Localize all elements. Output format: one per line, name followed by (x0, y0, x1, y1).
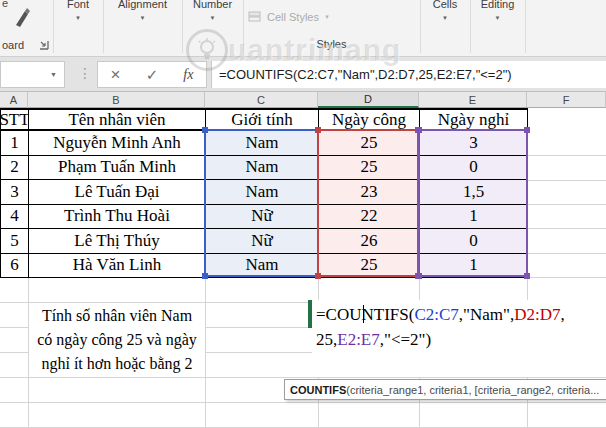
table-header-cell[interactable]: Giới tính (206, 110, 319, 131)
chevron-down-icon: ▼ (324, 14, 330, 20)
table-cell[interactable]: 25 (319, 156, 420, 181)
ribbon-group-font[interactable]: Font ▼ (53, 0, 103, 21)
table-cell[interactable]: 5 (1, 229, 29, 254)
ribbon-group-number[interactable]: Number ▼ (182, 0, 243, 21)
table-cell[interactable]: 22 (319, 205, 420, 230)
table-cell[interactable]: 1 (420, 205, 528, 230)
insert-function-button[interactable]: fx (183, 67, 193, 83)
note-line: nghỉ ít hơn hoặc bằng 2 (41, 352, 192, 376)
formula-input-value: =COUNTIFS(C2:C7,"Nam",D2:D7,25,E2:E7,"<=… (219, 67, 512, 82)
table-cell[interactable]: Nguyễn Minh Anh (29, 131, 206, 156)
column-headers: A B C D E F (0, 92, 606, 108)
table-cell[interactable]: 2 (1, 156, 29, 181)
tooltip-function-name: COUNTIFS (290, 384, 346, 396)
format-painter-icon[interactable] (12, 6, 32, 32)
column-header-f[interactable]: F (527, 92, 606, 108)
table-cell[interactable]: Nam (206, 131, 319, 156)
table-cell[interactable]: 23 (319, 180, 420, 205)
table-cell[interactable]: 3 (1, 180, 29, 205)
chevron-down-icon: ▼ (182, 15, 243, 21)
table-cell[interactable]: 0 (420, 229, 528, 254)
formula-edit-cell[interactable]: =COUNTIFS(C2:C7,"Nam",D2:D7, 25,E2:E7,"<… (312, 300, 606, 377)
ribbon-group-alignment[interactable]: Alignment ▼ (103, 0, 182, 21)
formula-bar: ▼ ⋮ × ✓ fx =COUNTIFS(C2:C7,"Nam",D2:D7,2… (0, 57, 606, 92)
table-header-cell[interactable]: Ngày nghỉ (420, 110, 528, 131)
formula-segment: , (561, 305, 565, 324)
excel-window: e oard Font ▼ Alignment ▼ Number ▼ (0, 0, 606, 428)
column-header-d[interactable]: D (318, 92, 419, 108)
note-line: có ngày công 25 và ngày (37, 328, 197, 352)
note-line: Tính số nhân viên Nam (42, 304, 192, 328)
table-cell[interactable]: Lê Tuấn Đại (29, 180, 206, 205)
paste-button-fragment[interactable]: e (2, 0, 8, 9)
table-cell[interactable]: Trình Thu Hoài (29, 205, 206, 230)
table-cell[interactable]: Nam (206, 254, 319, 279)
column-header-a[interactable]: A (0, 92, 28, 108)
column-header-e[interactable]: E (419, 92, 527, 108)
table-header-cell[interactable]: Ngày công (319, 110, 420, 131)
formula-segment: C2:C7 (414, 305, 458, 324)
enter-button[interactable]: ✓ (146, 66, 159, 84)
cell-styles-icon (248, 10, 262, 23)
formula-edit-line-1: =COUNTIFS(C2:C7,"Nam",D2:D7, (316, 302, 606, 327)
table-cell[interactable]: Lê Thị Thúy (29, 229, 206, 254)
table-cell[interactable]: Nam (206, 156, 319, 181)
table-cell[interactable]: 3 (420, 131, 528, 156)
table-cell[interactable]: Phạm Tuấn Minh (29, 156, 206, 181)
cancel-button[interactable]: × (111, 65, 121, 85)
function-tooltip: COUNTIFS(criteria_range1, criteria1, [cr… (284, 379, 606, 400)
table-cell[interactable]: Nữ (206, 205, 319, 230)
table-cell[interactable]: 1 (1, 131, 29, 156)
chevron-down-icon: ▼ (103, 15, 182, 21)
column-header-b[interactable]: B (28, 92, 205, 108)
formula-edit-line-2: 25,E2:E7,"<=2") (316, 327, 606, 352)
chevron-down-icon: ▼ (420, 15, 470, 21)
table-cell[interactable]: 26 (319, 229, 420, 254)
table-cell[interactable]: 1 (420, 254, 528, 279)
formula-segment: ,"<=2") (380, 330, 431, 349)
gridline (0, 402, 606, 403)
table-cell[interactable]: 0 (420, 156, 528, 181)
gridline (0, 377, 606, 378)
cell-styles-button[interactable]: Cell Styles ▼ (248, 8, 418, 25)
chevron-down-icon: ▼ (470, 15, 525, 21)
ribbon-group-editing[interactable]: Editing ▼ (470, 0, 525, 21)
ribbon: e oard Font ▼ Alignment ▼ Number ▼ (0, 0, 606, 57)
active-cell-border (308, 300, 312, 328)
table-header-cell[interactable]: Tên nhân viên (29, 110, 206, 131)
formula-segment: E2:E7 (337, 330, 380, 349)
clipboard-group-label: oard (2, 39, 24, 51)
sheet-grid[interactable]: STTTên nhân viênGiới tínhNgày côngNgày n… (0, 108, 606, 428)
table-cell[interactable]: Hà Văn Linh (29, 254, 206, 279)
ribbon-separator (525, 0, 526, 53)
formula-bar-buttons: × ✓ fx (97, 61, 207, 88)
table-cell[interactable]: 1,5 (420, 180, 528, 205)
chevron-down-icon[interactable]: ▼ (50, 71, 57, 78)
table-cell[interactable]: Nam (206, 180, 319, 205)
ribbon-group-cells[interactable]: Cells ▼ (420, 0, 470, 21)
formula-bar-divider[interactable]: ⋮ (78, 65, 92, 81)
formula-segment: =COUNTIFS( (316, 305, 414, 324)
column-header-c[interactable]: C (205, 92, 318, 108)
styles-group-label: Styles (243, 38, 420, 50)
table-cell[interactable]: Nữ (206, 229, 319, 254)
table-cell[interactable]: 6 (1, 254, 29, 279)
text-cursor (363, 305, 364, 323)
note-cell[interactable]: Tính số nhân viên Nam có ngày công 25 và… (29, 303, 205, 377)
table-cell[interactable]: 25 (319, 131, 420, 156)
formula-segment: 25, (316, 330, 337, 349)
data-table: STTTên nhân viênGiới tínhNgày côngNgày n… (0, 108, 528, 278)
dialog-launcher-icon[interactable] (39, 40, 49, 50)
formula-segment: D2:D7 (514, 305, 560, 324)
table-cell[interactable]: 4 (1, 205, 29, 230)
name-box[interactable]: ▼ (0, 61, 65, 88)
formula-input[interactable]: =COUNTIFS(C2:C7,"Nam",D2:D7,25,E2:E7,"<=… (211, 61, 606, 88)
table-header-cell[interactable]: STT (1, 110, 29, 131)
table-cell[interactable]: 25 (319, 254, 420, 279)
tooltip-signature: (criteria_range1, criteria1, [criteria_r… (346, 384, 599, 396)
chevron-down-icon: ▼ (53, 15, 103, 21)
formula-segment: ,"Nam", (459, 305, 514, 324)
